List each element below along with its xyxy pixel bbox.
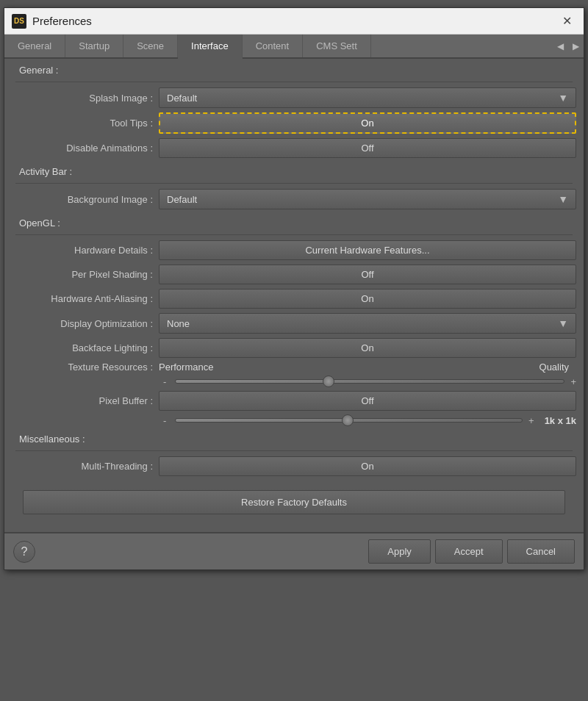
texture-resources-slider-row: - + <box>4 374 584 389</box>
tool-tips-toggle[interactable]: On <box>159 112 576 134</box>
background-image-value: Default <box>167 194 197 205</box>
tab-interface[interactable]: Interface <box>178 35 243 59</box>
hardware-anti-aliasing-label: Hardware Anti-Aliasing : <box>12 293 159 304</box>
texture-resources-label-row: Texture Resources : Performance Quality <box>4 360 584 374</box>
tool-tips-label: Tool Tips : <box>12 118 159 129</box>
background-image-dropdown-arrow: ▼ <box>558 193 568 205</box>
bottom-bar: ? Apply Accept Cancel <box>4 532 584 569</box>
tab-general[interactable]: General <box>4 35 65 57</box>
backface-lighting-toggle[interactable]: On <box>159 338 576 358</box>
disable-animations-row: Disable Animations : Off <box>4 136 584 160</box>
pixel-buffer-slider[interactable] <box>175 414 523 426</box>
texture-plus-icon: + <box>569 376 576 387</box>
tab-scroll-right[interactable]: ▶ <box>568 38 584 54</box>
disable-animations-label: Disable Animations : <box>12 143 159 154</box>
tab-content[interactable]: Content <box>243 35 304 57</box>
backface-lighting-row: Backface Lighting : On <box>4 336 584 360</box>
per-pixel-shading-row: Per Pixel Shading : Off <box>4 262 584 287</box>
multi-threading-row: Multi-Threading : On <box>4 454 584 478</box>
tab-startup[interactable]: Startup <box>65 35 123 57</box>
tab-cms-settings[interactable]: CMS Sett <box>303 35 371 57</box>
accept-button[interactable]: Accept <box>435 539 503 564</box>
splash-image-label: Splash Image : <box>12 93 159 104</box>
pixel-buffer-label: Pixel Buffer : <box>12 395 159 406</box>
hardware-details-label: Hardware Details : <box>12 245 159 256</box>
texture-slider-track <box>175 379 564 384</box>
display-optimization-dropdown[interactable]: None ▼ <box>159 313 576 334</box>
backface-lighting-label: Backface Lighting : <box>12 342 159 353</box>
hardware-details-row: Hardware Details : Current Hardware Feat… <box>4 238 584 262</box>
multi-threading-label: Multi-Threading : <box>12 461 159 472</box>
tab-bar: General Startup Scene Interface Content … <box>4 35 584 59</box>
background-image-label: Background Image : <box>12 194 159 205</box>
pixel-buffer-minus-icon: - <box>163 415 171 426</box>
separator-4 <box>15 450 573 451</box>
hardware-details-button[interactable]: Current Hardware Features... <box>159 240 576 260</box>
general-section-label: General : <box>4 59 584 79</box>
restore-btn-container: Restore Factory Defaults <box>4 478 584 525</box>
splash-image-row: Splash Image : Default ▼ <box>4 85 584 110</box>
help-button[interactable]: ? <box>13 541 35 563</box>
disable-animations-toggle[interactable]: Off <box>159 138 576 158</box>
texture-slider[interactable] <box>175 375 564 387</box>
texture-minus-icon: - <box>163 376 171 387</box>
multi-threading-toggle[interactable]: On <box>159 456 576 476</box>
hardware-anti-aliasing-row: Hardware Anti-Aliasing : On <box>4 287 584 311</box>
tab-scroll-left[interactable]: ◀ <box>553 38 568 54</box>
hardware-anti-aliasing-toggle[interactable]: On <box>159 289 576 309</box>
display-optimization-dropdown-arrow: ▼ <box>558 317 568 329</box>
display-optimization-value: None <box>167 318 190 329</box>
per-pixel-shading-toggle[interactable]: Off <box>159 265 576 284</box>
content-area: General : Splash Image : Default ▼ Tool … <box>4 59 584 532</box>
texture-resources-label: Texture Resources : <box>12 362 159 373</box>
tab-scene[interactable]: Scene <box>123 35 178 57</box>
opengl-section-label: OpenGL : <box>4 212 584 231</box>
pixel-buffer-plus-icon: + <box>527 415 534 426</box>
splash-image-dropdown-arrow: ▼ <box>558 92 568 104</box>
pixel-buffer-size: 1k x 1k <box>545 415 576 426</box>
display-optimization-label: Display Optimization : <box>12 318 159 329</box>
background-image-dropdown[interactable]: Default ▼ <box>159 189 576 209</box>
separator-1 <box>15 82 573 82</box>
bottom-action-buttons: Apply Accept Cancel <box>368 539 575 564</box>
activity-bar-section-label: Activity Bar : <box>4 160 584 180</box>
miscellaneous-section-label: Miscellaneous : <box>4 428 584 447</box>
tool-tips-row: Tool Tips : On <box>4 110 584 136</box>
title-bar: DS Preferences ✕ <box>4 8 584 35</box>
cancel-button[interactable]: Cancel <box>507 539 575 564</box>
restore-factory-defaults-button[interactable]: Restore Factory Defaults <box>23 490 565 514</box>
texture-resources-right-label: Quality <box>539 362 576 373</box>
display-optimization-row: Display Optimization : None ▼ <box>4 311 584 336</box>
pixel-buffer-slider-row: - + 1k x 1k <box>4 413 584 428</box>
pixel-buffer-toggle[interactable]: Off <box>159 391 576 411</box>
per-pixel-shading-label: Per Pixel Shading : <box>12 269 159 280</box>
apply-button[interactable]: Apply <box>368 539 431 564</box>
ds-logo-icon: DS <box>12 14 26 29</box>
close-button[interactable]: ✕ <box>558 12 576 29</box>
splash-image-value: Default <box>167 93 197 104</box>
separator-3 <box>15 234 573 235</box>
texture-slider-thumb[interactable] <box>323 375 334 387</box>
pixel-buffer-row: Pixel Buffer : Off <box>4 389 584 413</box>
separator-2 <box>15 183 573 184</box>
texture-resources-left-label: Performance <box>159 362 213 373</box>
splash-image-dropdown[interactable]: Default ▼ <box>159 87 576 108</box>
background-image-row: Background Image : Default ▼ <box>4 187 584 212</box>
pixel-buffer-slider-thumb[interactable] <box>342 414 354 426</box>
window-title: Preferences <box>32 15 92 27</box>
